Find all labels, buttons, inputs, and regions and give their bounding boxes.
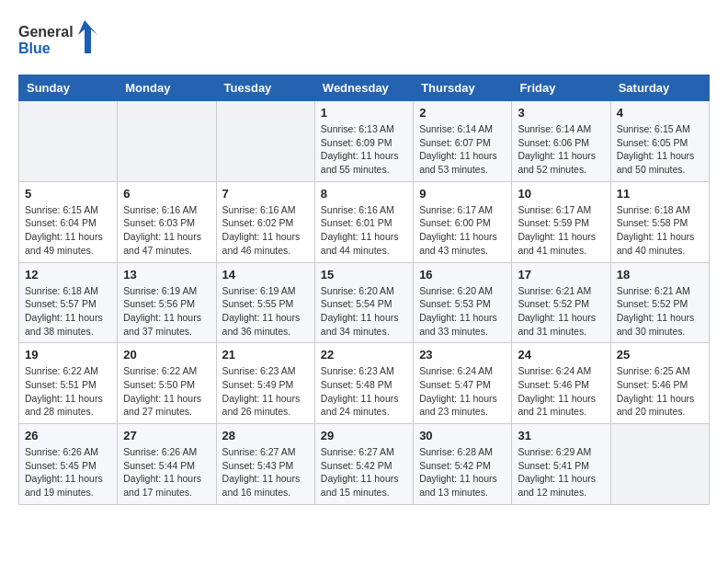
day-number: 28 (222, 429, 309, 442)
day-cell-18: 18Sunrise: 6:21 AM Sunset: 5:52 PM Dayli… (610, 262, 709, 343)
day-info: Sunrise: 6:16 AM Sunset: 6:03 PM Dayligh… (123, 203, 210, 258)
day-number: 31 (518, 429, 604, 442)
day-cell-25: 25Sunrise: 6:25 AM Sunset: 5:46 PM Dayli… (610, 343, 709, 424)
day-cell-5: 5Sunrise: 6:15 AM Sunset: 6:04 PM Daylig… (19, 181, 118, 262)
day-number: 4 (617, 106, 703, 120)
week-row-5: 26Sunrise: 6:26 AM Sunset: 5:45 PM Dayli… (19, 424, 710, 505)
day-info: Sunrise: 6:29 AM Sunset: 5:41 PM Dayligh… (518, 445, 604, 500)
day-number: 24 (518, 348, 604, 362)
day-number: 16 (419, 268, 506, 282)
day-number: 17 (518, 268, 604, 282)
day-number: 11 (617, 187, 703, 201)
day-number: 18 (617, 268, 703, 282)
weekday-header-monday: Monday (118, 75, 216, 101)
calendar-table: SundayMondayTuesdayWednesdayThursdayFrid… (18, 75, 710, 505)
empty-cell (216, 101, 314, 182)
day-number: 7 (222, 187, 309, 201)
day-info: Sunrise: 6:23 AM Sunset: 5:49 PM Dayligh… (222, 364, 309, 419)
weekday-header-saturday: Saturday (610, 75, 709, 101)
day-info: Sunrise: 6:22 AM Sunset: 5:50 PM Dayligh… (123, 364, 210, 419)
day-info: Sunrise: 6:24 AM Sunset: 5:46 PM Dayligh… (518, 364, 604, 419)
day-cell-20: 20Sunrise: 6:22 AM Sunset: 5:50 PM Dayli… (118, 343, 216, 424)
day-number: 1 (321, 106, 407, 120)
day-number: 8 (321, 187, 407, 201)
day-info: Sunrise: 6:28 AM Sunset: 5:42 PM Dayligh… (419, 445, 506, 500)
day-cell-9: 9Sunrise: 6:17 AM Sunset: 6:00 PM Daylig… (414, 181, 512, 262)
day-cell-22: 22Sunrise: 6:23 AM Sunset: 5:48 PM Dayli… (314, 343, 413, 424)
day-number: 2 (419, 106, 506, 120)
day-number: 12 (25, 268, 111, 282)
day-number: 27 (123, 429, 210, 442)
day-cell-15: 15Sunrise: 6:20 AM Sunset: 5:54 PM Dayli… (314, 262, 413, 343)
day-number: 30 (419, 429, 506, 442)
day-number: 5 (25, 187, 111, 201)
week-row-4: 19Sunrise: 6:22 AM Sunset: 5:51 PM Dayli… (19, 343, 710, 424)
day-number: 13 (123, 268, 210, 282)
day-info: Sunrise: 6:15 AM Sunset: 6:04 PM Dayligh… (25, 203, 111, 258)
day-cell-7: 7Sunrise: 6:16 AM Sunset: 6:02 PM Daylig… (216, 181, 314, 262)
day-cell-16: 16Sunrise: 6:20 AM Sunset: 5:53 PM Dayli… (414, 262, 512, 343)
day-number: 9 (419, 187, 506, 201)
day-number: 6 (123, 187, 210, 201)
weekday-header-tuesday: Tuesday (216, 75, 314, 101)
svg-text:General: General (18, 24, 74, 40)
day-info: Sunrise: 6:26 AM Sunset: 5:45 PM Dayligh… (25, 445, 111, 500)
day-info: Sunrise: 6:21 AM Sunset: 5:52 PM Dayligh… (617, 284, 703, 339)
day-info: Sunrise: 6:22 AM Sunset: 5:51 PM Dayligh… (25, 364, 111, 419)
day-cell-26: 26Sunrise: 6:26 AM Sunset: 5:45 PM Dayli… (19, 424, 118, 505)
day-info: Sunrise: 6:21 AM Sunset: 5:52 PM Dayligh… (518, 284, 604, 339)
day-cell-21: 21Sunrise: 6:23 AM Sunset: 5:49 PM Dayli… (216, 343, 314, 424)
day-number: 10 (518, 187, 604, 201)
page-header: GeneralBlue (18, 18, 710, 60)
day-number: 20 (123, 348, 210, 362)
day-info: Sunrise: 6:15 AM Sunset: 6:05 PM Dayligh… (617, 122, 703, 177)
day-cell-11: 11Sunrise: 6:18 AM Sunset: 5:58 PM Dayli… (610, 181, 709, 262)
day-info: Sunrise: 6:20 AM Sunset: 5:54 PM Dayligh… (321, 284, 407, 339)
day-number: 26 (25, 429, 111, 442)
day-number: 19 (25, 348, 111, 362)
svg-text:Blue: Blue (18, 40, 51, 56)
day-number: 14 (222, 268, 309, 282)
day-info: Sunrise: 6:25 AM Sunset: 5:46 PM Dayligh… (617, 364, 703, 419)
day-number: 25 (617, 348, 703, 362)
logo-svg: GeneralBlue (18, 18, 101, 60)
week-row-2: 5Sunrise: 6:15 AM Sunset: 6:04 PM Daylig… (19, 181, 710, 262)
day-info: Sunrise: 6:14 AM Sunset: 6:06 PM Dayligh… (518, 122, 604, 177)
day-number: 3 (518, 106, 604, 120)
day-cell-30: 30Sunrise: 6:28 AM Sunset: 5:42 PM Dayli… (414, 424, 512, 505)
day-info: Sunrise: 6:27 AM Sunset: 5:43 PM Dayligh… (222, 445, 309, 500)
day-info: Sunrise: 6:14 AM Sunset: 6:07 PM Dayligh… (419, 122, 506, 177)
day-cell-4: 4Sunrise: 6:15 AM Sunset: 6:05 PM Daylig… (610, 101, 709, 182)
weekday-header-row: SundayMondayTuesdayWednesdayThursdayFrid… (19, 75, 710, 101)
week-row-1: 1Sunrise: 6:13 AM Sunset: 6:09 PM Daylig… (19, 101, 710, 182)
day-cell-27: 27Sunrise: 6:26 AM Sunset: 5:44 PM Dayli… (118, 424, 216, 505)
day-cell-31: 31Sunrise: 6:29 AM Sunset: 5:41 PM Dayli… (512, 424, 610, 505)
day-cell-24: 24Sunrise: 6:24 AM Sunset: 5:46 PM Dayli… (512, 343, 610, 424)
day-info: Sunrise: 6:27 AM Sunset: 5:42 PM Dayligh… (321, 445, 407, 500)
day-cell-8: 8Sunrise: 6:16 AM Sunset: 6:01 PM Daylig… (314, 181, 413, 262)
day-cell-6: 6Sunrise: 6:16 AM Sunset: 6:03 PM Daylig… (118, 181, 216, 262)
day-number: 23 (419, 348, 506, 362)
day-info: Sunrise: 6:18 AM Sunset: 5:57 PM Dayligh… (25, 284, 111, 339)
week-row-3: 12Sunrise: 6:18 AM Sunset: 5:57 PM Dayli… (19, 262, 710, 343)
svg-marker-2 (78, 20, 97, 53)
day-info: Sunrise: 6:16 AM Sunset: 6:01 PM Dayligh… (321, 203, 407, 258)
day-cell-23: 23Sunrise: 6:24 AM Sunset: 5:47 PM Dayli… (414, 343, 512, 424)
weekday-header-friday: Friday (512, 75, 610, 101)
day-info: Sunrise: 6:26 AM Sunset: 5:44 PM Dayligh… (123, 445, 210, 500)
logo: GeneralBlue (18, 18, 101, 60)
day-cell-10: 10Sunrise: 6:17 AM Sunset: 5:59 PM Dayli… (512, 181, 610, 262)
day-number: 29 (321, 429, 407, 442)
day-info: Sunrise: 6:17 AM Sunset: 5:59 PM Dayligh… (518, 203, 604, 258)
day-cell-3: 3Sunrise: 6:14 AM Sunset: 6:06 PM Daylig… (512, 101, 610, 182)
day-cell-29: 29Sunrise: 6:27 AM Sunset: 5:42 PM Dayli… (314, 424, 413, 505)
day-info: Sunrise: 6:20 AM Sunset: 5:53 PM Dayligh… (419, 284, 506, 339)
day-cell-2: 2Sunrise: 6:14 AM Sunset: 6:07 PM Daylig… (414, 101, 512, 182)
day-cell-17: 17Sunrise: 6:21 AM Sunset: 5:52 PM Dayli… (512, 262, 610, 343)
day-number: 15 (321, 268, 407, 282)
day-cell-14: 14Sunrise: 6:19 AM Sunset: 5:55 PM Dayli… (216, 262, 314, 343)
day-cell-19: 19Sunrise: 6:22 AM Sunset: 5:51 PM Dayli… (19, 343, 118, 424)
day-cell-28: 28Sunrise: 6:27 AM Sunset: 5:43 PM Dayli… (216, 424, 314, 505)
day-info: Sunrise: 6:19 AM Sunset: 5:55 PM Dayligh… (222, 284, 309, 339)
day-info: Sunrise: 6:16 AM Sunset: 6:02 PM Dayligh… (222, 203, 309, 258)
